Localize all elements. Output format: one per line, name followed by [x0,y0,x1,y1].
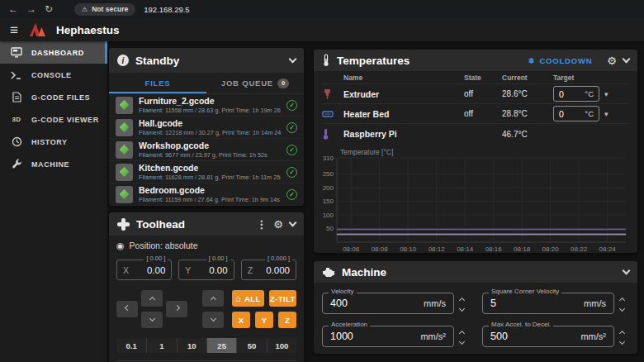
jog-x-minus-button[interactable] [116,301,138,317]
file-row[interactable]: Bedroom.gcode Filament: 11159 mm / 27.64… [109,183,304,206]
chevron-down-icon [210,316,215,322]
sidebar-item-machine[interactable]: MACHINE [0,153,107,175]
jog-y-plus-button[interactable] [141,290,163,307]
status-panel: i Standby FILES JOB QUEUE 0 Furniture_2.… [109,48,304,206]
menu-icon[interactable]: ≡ [10,23,18,37]
sidebar-item-label: G-CODE VIEWER [31,116,99,124]
security-chip[interactable]: ⚠ Not secure [74,3,135,16]
z-tilt-button[interactable]: Z-TILT [269,290,296,307]
check-circle-icon: ✓ [286,167,297,178]
snowflake-icon: ❄ [528,56,536,65]
sidebar-item-gcode-viewer[interactable]: 3D G-CODE VIEWER [0,108,107,131]
sidebar-item-dashboard[interactable]: DASHBOARD [0,41,107,64]
jog-z-plus-button[interactable] [202,290,224,307]
temperatures-panel-header: Temperatures ❄ COOLDOWN ⚙ [314,50,637,71]
jog-x-plus-button[interactable] [166,301,187,317]
home-x-button[interactable]: X [232,312,250,328]
increment-button[interactable] [618,298,624,303]
toolhead-panel: Toolhead ⋮ ⚙ ◉ Position: absolute [ 0.00… [109,212,304,362]
file-row[interactable]: Workshop.gcode Filament: 9677 mm / 23.97… [109,139,304,161]
step-0.1-button[interactable]: 0.1 [116,338,146,353]
x-axis-value: 0.00 [147,265,165,275]
file-row[interactable]: Hall.gcode Filament: 12218 mm / 30.27 g,… [109,117,304,139]
sidebar-item-console[interactable]: CONSOLE [0,64,107,86]
home-z-button[interactable]: Z [278,312,296,328]
kebab-menu-icon[interactable]: ⋮ [256,219,267,230]
check-circle-icon: ✓ [286,122,297,133]
check-circle-icon: ✓ [286,100,297,111]
reload-icon[interactable]: ↻ [45,4,53,14]
chevron-up-icon [210,297,215,302]
z-position-field[interactable]: [ 0.000 ] Z 0.000 [241,260,296,280]
heater-bed-target-input[interactable]: 0 °C [553,106,599,121]
file-row[interactable]: Furniture_2.gcode Filament: 11558 mm / 2… [109,94,304,117]
velocity-field[interactable]: Velocity 400 mm/s [322,293,454,314]
3d-viewer-icon: 3D [10,114,23,126]
table-row: Extruder off 28.6°C 0 °C ▾ [322,84,629,104]
increment-button[interactable] [618,331,624,336]
svg-text:150: 150 [323,198,334,205]
gear-icon[interactable]: ⚙ [273,219,283,230]
y-gcode-position: [ 0.00 ] [206,255,230,262]
back-icon[interactable]: ← [8,4,18,14]
svg-text:08:24: 08:24 [599,245,617,253]
acceleration-field[interactable]: Acceleration 1000 mm/s² [322,326,454,347]
cooldown-button[interactable]: ❄ COOLDOWN [528,56,593,65]
file-name: Workshop.gcode [139,141,281,151]
address-bar-url[interactable]: 192.168.29.5 [144,5,189,14]
matd-value: 500 [490,331,508,342]
sidebar-item-history[interactable]: HISTORY [0,131,107,153]
chevron-down-icon[interactable] [289,55,297,64]
file-row[interactable]: Kitchen.gcode Filament: 11628 mm / 28.81… [109,161,304,183]
step-25-button[interactable]: 25 [206,338,236,353]
col-state: State [464,74,502,82]
step-10-button[interactable]: 10 [177,338,206,353]
file-name: Hall.gcode [139,118,281,129]
dpad-icon [117,218,130,231]
increment-button[interactable] [458,331,464,336]
sensor-name: Raspberry Pi [343,129,464,139]
jog-y-minus-button[interactable] [141,312,163,328]
decrement-button[interactable] [458,306,464,312]
x-position-field[interactable]: [ 0.00 ] X 0.00 [116,260,172,280]
y-position-field[interactable]: [ 0.00 ] Y 0.00 [178,260,234,280]
home-y-button[interactable]: Y [255,312,273,328]
increment-button[interactable] [458,298,464,303]
step-100-button[interactable]: 100 [267,338,296,353]
home-y-label: Y [262,316,268,325]
svg-text:50: 50 [326,225,334,232]
chevron-up-icon [149,297,154,302]
temperature-chart: 5010015020025031008:0608:0808:1008:1208:… [314,144,637,253]
chevron-down-icon[interactable] [289,219,297,227]
max-accel-to-decel-field[interactable]: Max Accel. to Decel. 500 mm/s² [482,326,614,347]
svg-text:08:18: 08:18 [514,245,531,253]
gear-icon[interactable]: ⚙ [607,55,617,66]
step-1-button[interactable]: 1 [146,338,176,353]
step-50-button[interactable]: 50 [236,338,266,353]
square-corner-velocity-field[interactable]: Square Corner Velocity 5 mm/s [482,293,614,314]
cooldown-label: COOLDOWN [539,56,592,65]
decrement-button[interactable] [618,339,624,345]
chevron-down-icon[interactable] [623,267,631,275]
jog-z-minus-button[interactable] [202,312,224,328]
tab-job-queue[interactable]: JOB QUEUE 0 [206,73,304,93]
heater-current: 28.8°C [502,109,553,118]
extruder-target-input[interactable]: 0 °C [553,86,599,102]
tab-files-label: FILES [145,79,171,88]
heater-name: Heater Bed [343,109,464,119]
machine-panel: Machine Velocity 400 mm/s Square Corner … [314,261,637,354]
chevron-down-icon[interactable]: ▾ [604,90,608,98]
gcode-thumbnail [116,97,133,114]
decrement-button[interactable] [458,339,464,345]
chevron-down-icon[interactable]: ▾ [604,110,608,118]
sidebar-item-gcode-files[interactable]: G-CODE FILES [0,86,107,108]
tab-files[interactable]: FILES [109,73,206,93]
chevron-down-icon[interactable] [623,55,631,64]
heater-current: 28.6°C [502,89,553,98]
home-z-label: Z [285,316,290,325]
printer-title: Hephaestus [56,24,120,36]
decrement-button[interactable] [618,306,624,312]
home-all-button[interactable]: ⌂ ALL [232,290,264,307]
forward-icon[interactable]: → [26,4,36,14]
axis-position-inputs: [ 0.00 ] X 0.00 [ 0.00 ] Y 0.00 [ 0.000 … [116,260,296,280]
